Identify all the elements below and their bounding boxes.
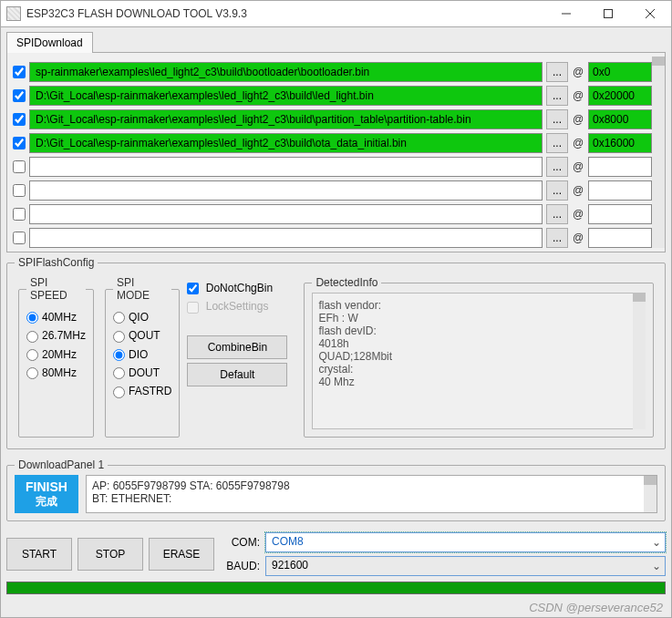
browse-button[interactable]: ...	[546, 204, 568, 224]
spi-flash-config-group: SPIFlashConfig SPI SPEED 40MHz26.7MHz20M…	[6, 256, 666, 449]
com-port-select[interactable]: COM8 ⌄	[265, 532, 666, 552]
file-path-input[interactable]	[29, 180, 543, 201]
default-button[interactable]: Default	[187, 363, 287, 386]
file-enable-checkbox[interactable]	[13, 232, 26, 244]
baud-label: BAUD:	[220, 560, 260, 572]
spi-speed-option[interactable]: 40MHz	[26, 311, 86, 324]
minimize-button[interactable]	[545, 1, 587, 26]
file-path-input[interactable]	[29, 133, 543, 153]
combinebin-button[interactable]: CombineBin	[187, 335, 287, 359]
download-file-row: ...@	[13, 204, 652, 224]
at-symbol: @	[572, 137, 584, 149]
at-symbol: @	[572, 160, 584, 173]
spi-speed-option[interactable]: 20MHz	[26, 348, 86, 361]
browse-button[interactable]: ...	[546, 109, 568, 129]
spi-mode-option[interactable]: QOUT	[113, 329, 171, 342]
spi-speed-option[interactable]: 80MHz	[26, 366, 86, 379]
file-enable-checkbox[interactable]	[13, 208, 26, 221]
status-badge: FINISH 完成	[15, 475, 78, 513]
detected-info-text: flash vendor:EFh : Wflash devID:4018hQUA…	[312, 293, 646, 429]
file-path-input[interactable]	[29, 86, 543, 106]
file-enable-checkbox[interactable]	[13, 66, 26, 78]
start-button[interactable]: START	[6, 538, 72, 571]
spi-mode-legend: SPI MODE	[113, 276, 171, 302]
tab-spidownload[interactable]: SPIDownload	[6, 32, 93, 53]
flash-address-input[interactable]	[588, 204, 652, 224]
close-button[interactable]	[629, 1, 671, 26]
erase-button[interactable]: ERASE	[149, 538, 214, 571]
watermark-text: CSDN @perseverance52	[529, 601, 663, 614]
detected-info-scrollbar[interactable]	[633, 293, 646, 429]
detected-info-line: QUAD;128Mbit	[318, 350, 639, 363]
log-line: AP: 6055F9798799 STA: 6055F9798798	[92, 479, 651, 492]
log-output: AP: 6055F9798799 STA: 6055F9798798 BT: E…	[86, 475, 657, 513]
detected-info-line: EFh : W	[318, 312, 639, 324]
spi-mode-option[interactable]: FASTRD	[113, 385, 171, 397]
svg-rect-1	[605, 10, 613, 18]
file-path-input[interactable]	[29, 157, 543, 177]
file-enable-checkbox[interactable]	[13, 113, 26, 126]
status-text-cn: 完成	[36, 494, 57, 510]
locksettings-checkbox[interactable]: LockSettings	[187, 300, 296, 313]
flash-address-input[interactable]	[588, 133, 652, 153]
status-text-en: FINISH	[26, 479, 67, 494]
download-panel-legend: DownloadPanel 1	[15, 458, 108, 471]
spi-mode-option[interactable]: DIO	[113, 348, 171, 361]
flash-address-input[interactable]	[588, 228, 652, 248]
spi-mode-option[interactable]: QIO	[113, 311, 171, 324]
file-path-input[interactable]	[29, 228, 543, 248]
baud-rate-select[interactable]: 921600 ⌄	[265, 556, 666, 576]
at-symbol: @	[572, 208, 584, 221]
flash-address-input[interactable]	[588, 62, 652, 82]
file-enable-checkbox[interactable]	[13, 137, 26, 149]
window-title: ESP32C3 FLASH DOWNLOAD TOOL V3.9.3	[26, 7, 545, 20]
browse-button[interactable]: ...	[546, 62, 568, 82]
at-symbol: @	[572, 113, 584, 126]
download-file-row: ...@	[13, 62, 652, 82]
detected-info-line: flash vendor:	[318, 299, 639, 312]
flash-address-input[interactable]	[588, 157, 652, 177]
download-file-row: ...@	[13, 133, 652, 153]
download-panel-group: DownloadPanel 1 FINISH 完成 AP: 6055F97987…	[6, 458, 666, 521]
control-row: START STOP ERASE COM: COM8 ⌄ BAUD: 92160…	[6, 532, 666, 576]
detected-info-group: DetectedInfo flash vendor:EFh : Wflash d…	[304, 276, 654, 438]
window-titlebar: ESP32C3 FLASH DOWNLOAD TOOL V3.9.3	[0, 0, 672, 27]
app-body: SPIDownload ...@...@...@...@...@...@...@…	[0, 27, 672, 618]
donotchgbin-checkbox[interactable]: DoNotChgBin	[187, 282, 296, 294]
download-files-pane: ...@...@...@...@...@...@...@...@	[6, 52, 666, 252]
file-path-input[interactable]	[29, 62, 543, 82]
file-enable-checkbox[interactable]	[13, 89, 26, 102]
browse-button[interactable]: ...	[546, 157, 568, 177]
download-file-row: ...@	[13, 180, 652, 201]
download-file-row: ...@	[13, 86, 652, 106]
spi-speed-option[interactable]: 26.7MHz	[26, 329, 86, 342]
log-scrollbar[interactable]	[644, 476, 656, 512]
maximize-button[interactable]	[587, 1, 629, 26]
file-enable-checkbox[interactable]	[13, 184, 26, 197]
download-file-row: ...@	[13, 157, 652, 177]
file-path-input[interactable]	[29, 204, 543, 224]
spi-flash-config-legend: SPIFlashConfig	[15, 256, 98, 269]
flash-address-input[interactable]	[588, 180, 652, 201]
flash-address-input[interactable]	[588, 86, 652, 106]
browse-button[interactable]: ...	[546, 180, 568, 201]
download-file-row: ...@	[13, 228, 652, 248]
file-enable-checkbox[interactable]	[13, 160, 26, 173]
flash-address-input[interactable]	[588, 109, 652, 129]
browse-button[interactable]: ...	[546, 86, 568, 106]
download-file-row: ...@	[13, 109, 652, 129]
download-files-scrollbar[interactable]	[652, 57, 665, 248]
spi-speed-legend: SPI SPEED	[26, 276, 86, 302]
spi-mode-option[interactable]: DOUT	[113, 366, 171, 379]
at-symbol: @	[572, 66, 584, 78]
at-symbol: @	[572, 184, 584, 197]
main-tabs: SPIDownload	[1, 27, 671, 52]
browse-button[interactable]: ...	[546, 228, 568, 248]
spi-mode-group: SPI MODE QIOQOUTDIODOUTFASTRD	[105, 276, 180, 438]
chevron-down-icon: ⌄	[652, 560, 661, 572]
file-path-input[interactable]	[29, 109, 543, 129]
detected-info-line: 4018h	[318, 337, 639, 350]
stop-button[interactable]: STOP	[78, 538, 143, 571]
log-line: BT: ETHERNET:	[92, 492, 651, 505]
browse-button[interactable]: ...	[546, 133, 568, 153]
